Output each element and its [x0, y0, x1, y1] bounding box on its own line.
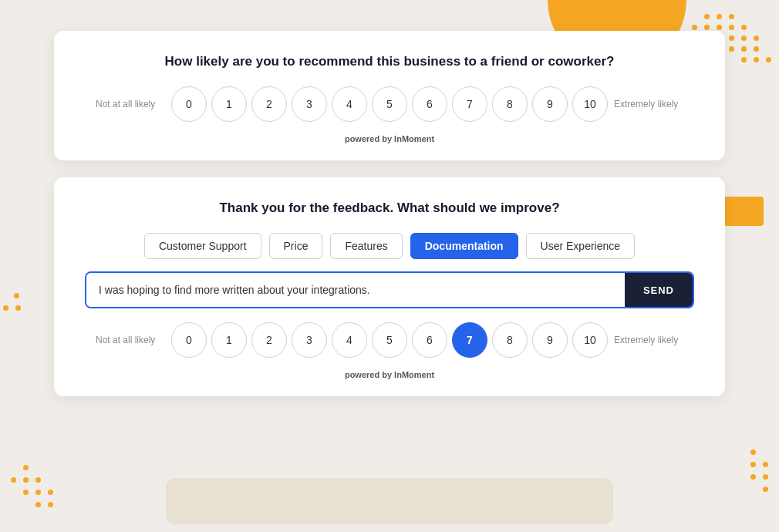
card2-nps-btn-3[interactable]: 3: [292, 322, 327, 358]
card2-nps-label-right: Extremely likely: [614, 335, 683, 345]
card2-nps-btn-2[interactable]: 2: [251, 322, 287, 358]
card2-nps-buttons: 012345678910: [171, 322, 608, 358]
card2-title: Thank you for the feedback. What should …: [85, 200, 694, 216]
card2-nps-btn-9[interactable]: 9: [532, 322, 568, 358]
card1-nps-buttons: 012345678910: [171, 86, 608, 122]
card2-powered-by: powered by InMoment: [85, 370, 694, 379]
card2-chips-row: Customer SupportPriceFeaturesDocumentati…: [85, 233, 694, 259]
card1-nps-btn-3[interactable]: 3: [292, 86, 327, 122]
nps-card-1: How likely are you to recommend this bus…: [54, 31, 725, 160]
card1-nps-btn-1[interactable]: 1: [211, 86, 247, 122]
beige-card-decoration: [166, 478, 613, 524]
card1-powered-by: powered by InMoment: [85, 134, 694, 143]
card1-nps-btn-8[interactable]: 8: [492, 86, 528, 122]
card2-input-row: SEND: [85, 271, 694, 308]
card2-nps-btn-10[interactable]: 10: [572, 322, 608, 358]
card2-chip-4[interactable]: User Experience: [526, 233, 636, 259]
card2-nps-btn-6[interactable]: 6: [412, 322, 447, 358]
card2-nps-btn-7[interactable]: 7: [452, 322, 487, 358]
card2-nps-label-left: Not at all likely: [96, 335, 165, 345]
card1-nps-row: Not at all likely 012345678910 Extremely…: [85, 86, 694, 122]
card1-nps-btn-9[interactable]: 9: [532, 86, 568, 122]
card2-chip-2[interactable]: Features: [330, 233, 402, 259]
card1-nps-btn-6[interactable]: 6: [412, 86, 447, 122]
card2-chip-0[interactable]: Customer Support: [144, 233, 261, 259]
card1-nps-btn-4[interactable]: 4: [332, 86, 367, 122]
card1-nps-label-right: Extremely likely: [614, 99, 683, 109]
cards-wrapper: How likely are you to recommend this bus…: [0, 0, 779, 412]
card2-nps-btn-1[interactable]: 1: [211, 322, 247, 358]
card1-nps-btn-7[interactable]: 7: [452, 86, 487, 122]
card1-nps-btn-5[interactable]: 5: [372, 86, 407, 122]
card1-nps-btn-0[interactable]: 0: [171, 86, 207, 122]
card2-nps-btn-5[interactable]: 5: [372, 322, 407, 358]
card1-title: How likely are you to recommend this bus…: [85, 54, 694, 69]
nps-card-2: Thank you for the feedback. What should …: [54, 177, 725, 396]
card2-nps-row: Not at all likely 012345678910 Extremely…: [85, 322, 694, 358]
card2-send-button[interactable]: SEND: [625, 273, 693, 307]
card2-feedback-input[interactable]: [86, 273, 625, 307]
card1-nps-btn-2[interactable]: 2: [251, 86, 287, 122]
card1-nps-label-left: Not at all likely: [96, 99, 165, 109]
card2-nps-btn-4[interactable]: 4: [332, 322, 367, 358]
card2-chip-1[interactable]: Price: [269, 233, 323, 259]
card2-nps-btn-8[interactable]: 8: [492, 322, 528, 358]
card2-nps-btn-0[interactable]: 0: [171, 322, 207, 358]
card1-nps-btn-10[interactable]: 10: [572, 86, 608, 122]
card2-chip-3[interactable]: Documentation: [410, 233, 518, 259]
